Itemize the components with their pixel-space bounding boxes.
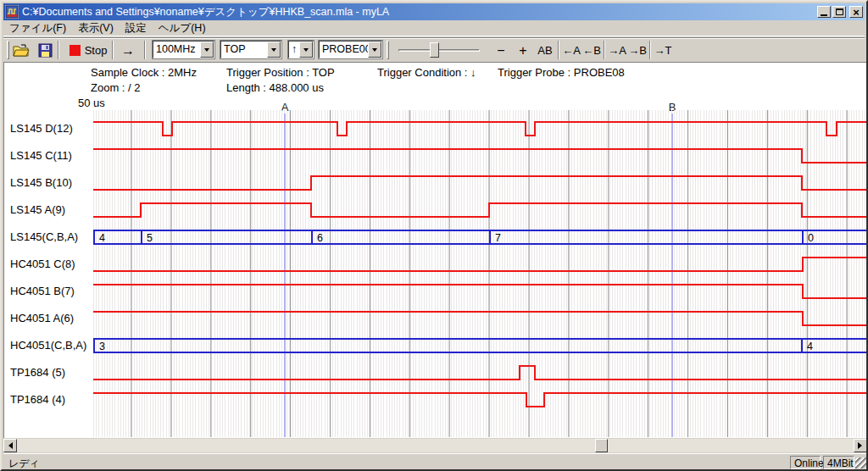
status-online-badge: Online	[790, 456, 821, 469]
toolbar-separator	[558, 41, 559, 59]
trigger-probe-dropdown-button[interactable]	[368, 42, 381, 58]
zoom-slider-track	[398, 49, 480, 52]
move-trigger-button[interactable]: →T	[653, 41, 673, 60]
bus-value: 3	[99, 341, 105, 352]
goto-cursor-a-button[interactable]: ←A	[561, 41, 581, 60]
status-memory-badge: 4MBit	[823, 456, 854, 469]
trigger-edge-dropdown-button[interactable]	[299, 42, 313, 58]
app-window: C:¥Documents and Settings¥noname¥デスクトップ¥…	[0, 0, 868, 471]
trigger-position-combobox[interactable]: TOP	[220, 41, 281, 58]
status-bar: レディ Online 4MBit	[3, 453, 867, 470]
scroll-right-button[interactable]	[854, 439, 867, 452]
channel-label: TP1684 (4)	[10, 393, 65, 407]
channel-label: LS145(C,B,A)	[10, 230, 78, 244]
scrollbar-thumb[interactable]	[595, 439, 608, 452]
stop-label: Stop	[85, 44, 108, 57]
info-trigger-probe: Trigger Probe : PROBE08	[498, 66, 625, 79]
channel-label: HC4051 C(8)	[10, 258, 75, 271]
window-title: C:¥Documents and Settings¥noname¥デスクトップ¥…	[22, 5, 815, 19]
horizontal-scrollbar[interactable]	[3, 439, 867, 452]
run-arrow-icon: →	[121, 43, 135, 58]
zoom-in-button[interactable]: +	[514, 41, 532, 60]
menu-settings[interactable]: 設定	[120, 20, 153, 36]
goto-cursor-b-button[interactable]: ←B	[581, 41, 602, 60]
sample-rate-value: 100MHz	[153, 42, 200, 58]
app-icon	[5, 5, 19, 19]
open-folder-icon	[13, 44, 30, 58]
move-cursor-b-button[interactable]: →B	[627, 41, 648, 60]
toolbar-separator	[58, 41, 59, 59]
zoom-slider[interactable]	[397, 41, 481, 59]
maximize-button[interactable]	[832, 6, 846, 18]
info-trigger-condition: Trigger Condition : ↓	[377, 66, 476, 79]
trigger-edge-combobox[interactable]: ↑	[288, 41, 314, 58]
channel-label: LS145 C(11)	[10, 149, 72, 163]
bus-value: 4	[99, 232, 105, 244]
chevron-down-icon	[204, 48, 209, 54]
arrow-right-icon	[858, 442, 865, 449]
info-zoom: Zoom : / 2	[91, 81, 141, 94]
trigger-position-dropdown-button[interactable]	[267, 42, 281, 58]
channel-label: HC4051 A(6)	[10, 312, 74, 325]
info-trigger-position: Trigger Position : TOP	[226, 66, 335, 79]
move-cursor-a-button[interactable]: →A	[607, 41, 627, 60]
resize-grip[interactable]	[855, 457, 866, 468]
sample-rate-combobox[interactable]: 100MHz	[153, 41, 214, 58]
menu-file[interactable]: ファイル(F)	[3, 20, 72, 36]
scroll-left-button[interactable]	[3, 439, 17, 452]
channel-label: HC4051(C,B,A)	[10, 339, 86, 352]
channel-label: HC4051 B(7)	[10, 285, 75, 298]
open-file-button[interactable]	[10, 41, 32, 60]
sample-rate-dropdown-button[interactable]	[200, 42, 214, 58]
time-scale-label: 50 us	[78, 97, 105, 109]
bus-value: 6	[317, 232, 323, 244]
toolbar-separator	[112, 41, 114, 59]
toolbar-separator	[144, 41, 146, 59]
zoom-slider-thumb[interactable]	[430, 42, 439, 58]
channel-label: LS145 D(12)	[10, 122, 73, 136]
close-icon: ×	[853, 8, 860, 17]
chevron-down-icon	[271, 48, 276, 54]
title-bar: C:¥Documents and Settings¥noname¥デスクトップ¥…	[3, 3, 865, 20]
toolbar-separator	[604, 41, 605, 59]
close-button[interactable]: ×	[849, 6, 863, 18]
toolbar: Stop → 100MHz TOP ↑ PROBE00 − + AB	[3, 37, 865, 61]
zoom-out-button[interactable]: −	[492, 41, 510, 60]
trigger-probe-combobox[interactable]: PROBE00	[319, 41, 382, 58]
info-sample-clock: Sample Clock : 2MHz	[91, 66, 197, 79]
status-ready-text: レディ	[8, 457, 40, 471]
info-length: Length : 488.000 us	[226, 81, 324, 94]
ab-button[interactable]: AB	[534, 41, 556, 60]
run-button[interactable]: →	[117, 41, 139, 60]
toolbar-separator	[649, 41, 651, 59]
stop-square-icon	[70, 45, 81, 56]
chevron-down-icon	[303, 48, 309, 54]
waveform-client-area: Sample Clock : 2MHz Trigger Position : T…	[3, 62, 867, 438]
chevron-down-icon	[372, 48, 377, 54]
waveform-canvas: 4567034	[93, 110, 867, 437]
trigger-probe-value: PROBE00	[320, 42, 368, 58]
bus-value: 4	[807, 341, 813, 352]
menu-help[interactable]: ヘルプ(H)	[153, 20, 212, 36]
bus-value: 7	[495, 232, 501, 244]
menu-view[interactable]: 表示(V)	[72, 20, 120, 36]
toolbar-gripper	[7, 41, 9, 59]
save-floppy-icon	[38, 43, 53, 58]
maximize-icon	[836, 8, 843, 15]
trigger-edge-value: ↑	[289, 42, 299, 58]
trigger-position-value: TOP	[221, 42, 267, 58]
menu-bar: ファイル(F) 表示(V) 設定 ヘルプ(H)	[3, 21, 865, 36]
bus-value: 5	[147, 232, 153, 244]
stop-button[interactable]: Stop	[66, 41, 110, 60]
minimize-icon	[821, 14, 827, 16]
waveform-plot[interactable]: 4567034	[93, 110, 867, 437]
channel-label: TP1684 (5)	[10, 366, 65, 380]
minimize-button[interactable]	[817, 6, 831, 18]
arrow-left-icon	[5, 442, 13, 449]
save-button[interactable]	[34, 41, 56, 60]
bus-value: 0	[808, 232, 814, 244]
channel-label: LS145 A(9)	[10, 203, 65, 217]
channel-label: LS145 B(10)	[10, 176, 72, 190]
toolbar-gripper	[387, 41, 389, 59]
